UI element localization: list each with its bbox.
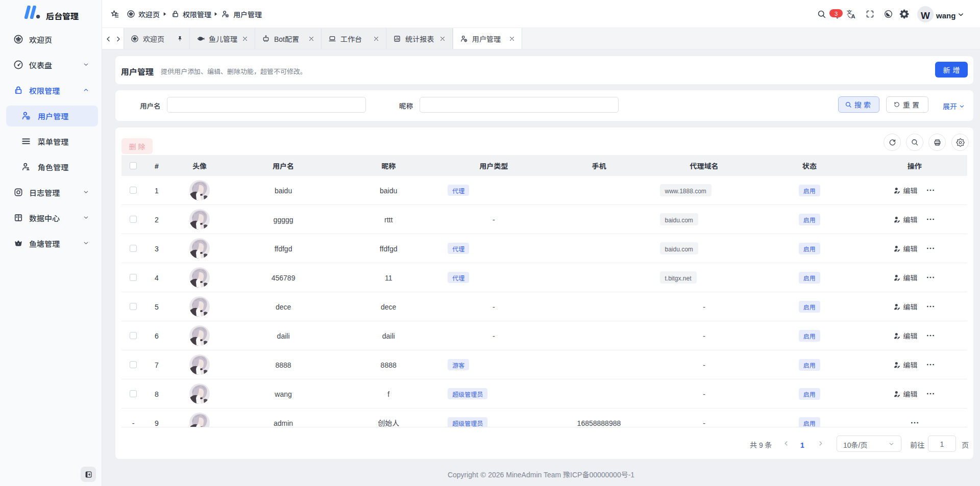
svg-text:A: A — [851, 13, 855, 19]
